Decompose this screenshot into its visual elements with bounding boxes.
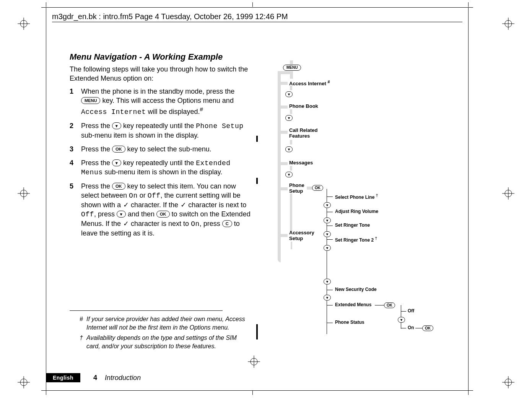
tick-left-top (41, 7, 46, 8)
ok-key-icon: OK (422, 325, 433, 331)
menu-item-phone-book: Phone Book (289, 103, 318, 109)
submenu-new-security-code: New Security Code (335, 287, 377, 292)
change-bar (256, 178, 258, 184)
down-key-icon: ▾ (398, 317, 405, 323)
footnote-separator (70, 310, 223, 311)
tree-stem (290, 109, 292, 114)
tick-bottom-left (46, 390, 46, 395)
tick-right-top (469, 7, 473, 8)
check-icon: ✓ (123, 219, 129, 229)
registration-mark-left (18, 187, 30, 200)
submenu-extended-menus: Extended Menus (335, 302, 371, 307)
tick-bottom-center (252, 390, 253, 395)
step-text: key repeatedly until the (121, 159, 196, 167)
step-text: When the phone is in the standby mode, p… (81, 88, 234, 95)
c-key-icon: C (222, 220, 232, 227)
menu-item-accessory-setup: AccessorySetup (289, 230, 314, 242)
subtree-trunk-dashed (327, 252, 327, 278)
footnote-text: Availability depends on the type and set… (86, 334, 252, 350)
footnote-ref: # (200, 106, 203, 112)
down-key-icon: ▾ (324, 294, 331, 300)
step-text: and then (126, 210, 156, 218)
submenu-select-phone-line: Select Phone Line † (335, 193, 378, 200)
step-text: , press (200, 220, 222, 227)
registration-mark-right (502, 187, 514, 200)
option-on: On (408, 325, 414, 330)
subtree-branch (401, 311, 406, 312)
tree-stem (290, 166, 292, 171)
ok-key-icon: OK (384, 302, 395, 308)
tick-left-bottom (41, 390, 46, 391)
page-footer: English 4 Introduction (46, 373, 141, 382)
tree-branch (278, 71, 293, 74)
subtree-branch (401, 328, 406, 328)
submenu-adjust-ring-volume: Adjust Ring Volume (335, 209, 378, 214)
tree-trunk (278, 71, 281, 262)
menu-key-icon: MENU (81, 97, 100, 104)
display-text: Access Internet (81, 108, 146, 116)
menu-key-icon: MENU (283, 64, 301, 71)
display-text: Off (81, 211, 94, 218)
tree-stem (290, 193, 292, 232)
display-text: On (129, 192, 138, 200)
down-key-icon: ▾ (324, 278, 331, 284)
subtree-branch (327, 323, 333, 323)
step-1: 1 When the phone is in the standby mode,… (70, 87, 253, 117)
step-text: Press the (81, 122, 112, 130)
tree-branch (281, 162, 288, 165)
submenu-set-ringer-tone-2: Set Ringer Tone 2 † (335, 236, 377, 243)
body-text: Menu Navigation - A Working Example The … (70, 52, 253, 243)
check-icon: ✓ (123, 201, 129, 210)
page-frame-bottom (46, 390, 469, 391)
down-key-icon: ▾ (324, 202, 331, 208)
language-tag: English (46, 373, 80, 382)
display-text: Off (148, 192, 161, 200)
step-number: 1 (70, 87, 81, 117)
menu-tree-diagram: MENU Access Internet # ▾ Phone Book ▾ Ca… (271, 60, 458, 336)
footnote-ref: † (375, 236, 377, 240)
tree-branch (281, 82, 288, 85)
subtree-trunk (327, 284, 327, 334)
subtree-branch (327, 305, 333, 305)
header-rule (52, 22, 462, 22)
section-name: Introduction (105, 374, 141, 382)
tree-branch (281, 131, 288, 134)
tree-stem (291, 242, 292, 249)
ok-key-icon: OK (112, 183, 125, 190)
down-key-icon: ▾ (117, 211, 126, 218)
option-off: Off (408, 308, 414, 313)
section-title: Menu Navigation - A Working Example (70, 52, 253, 62)
footnote-text: If your service provider has added their… (86, 315, 252, 331)
step-3: 3 Press the OK key to select the sub-men… (70, 145, 253, 154)
step-text: Press the (81, 182, 112, 190)
registration-mark-bottom-center (248, 356, 260, 368)
menu-item-messages: Messages (289, 160, 313, 166)
step-4: 4 Press the ▾ key repeatedly until the E… (70, 159, 253, 178)
tree-branch (281, 234, 288, 237)
menu-item-call-related-features: Call RelatedFeatures (289, 128, 317, 139)
page-frame-left (46, 7, 46, 391)
change-bar (256, 324, 258, 339)
subtree-branch (327, 239, 333, 240)
step-text: key repeatedly until the (121, 122, 196, 130)
subtree-branch (327, 290, 333, 290)
tree-branch (281, 187, 288, 190)
step-text: character is next to (129, 220, 191, 227)
subtree-trunk-dashed (327, 310, 327, 321)
step-number: 3 (70, 145, 81, 154)
submenu-phone-status: Phone Status (335, 320, 364, 325)
step-5: 5 Press the OK key to select this item. … (70, 182, 253, 238)
tick-top-center (252, 2, 253, 7)
display-text: Phone Setup (196, 122, 243, 130)
down-key-icon: ▾ (285, 115, 293, 121)
tick-bottom-right (468, 390, 469, 395)
footnote-dagger: † Availability depends on the type and s… (80, 334, 252, 350)
step-number: 5 (70, 182, 81, 238)
step-text: or (138, 192, 148, 199)
tree-stem (290, 140, 292, 145)
crop-mark-bottom-left (18, 376, 30, 388)
step-text: character. If the (129, 201, 180, 209)
menu-item-access-internet: Access Internet # (289, 80, 330, 86)
down-key-icon: ▾ (285, 91, 293, 97)
menu-item-phone-setup: PhoneSetup (289, 183, 304, 194)
